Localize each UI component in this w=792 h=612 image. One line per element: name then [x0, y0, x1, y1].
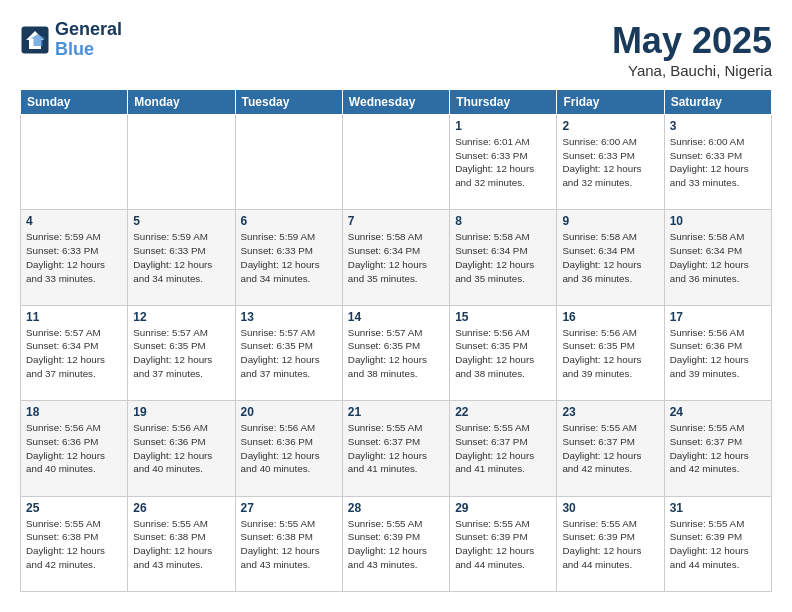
day-cell-5-1: 25Sunrise: 5:55 AM Sunset: 6:38 PM Dayli…: [21, 496, 128, 591]
header-tuesday: Tuesday: [235, 90, 342, 115]
month-title: May 2025: [612, 20, 772, 62]
day-number: 19: [133, 405, 229, 419]
day-info: Sunrise: 5:55 AM Sunset: 6:39 PM Dayligh…: [348, 517, 444, 572]
day-info: Sunrise: 6:01 AM Sunset: 6:33 PM Dayligh…: [455, 135, 551, 190]
day-info: Sunrise: 5:57 AM Sunset: 6:34 PM Dayligh…: [26, 326, 122, 381]
day-cell-3-1: 11Sunrise: 5:57 AM Sunset: 6:34 PM Dayli…: [21, 305, 128, 400]
day-info: Sunrise: 5:56 AM Sunset: 6:35 PM Dayligh…: [455, 326, 551, 381]
day-info: Sunrise: 5:55 AM Sunset: 6:37 PM Dayligh…: [562, 421, 658, 476]
day-info: Sunrise: 5:57 AM Sunset: 6:35 PM Dayligh…: [133, 326, 229, 381]
day-number: 26: [133, 501, 229, 515]
day-cell-1-2: [128, 115, 235, 210]
day-cell-5-7: 31Sunrise: 5:55 AM Sunset: 6:39 PM Dayli…: [664, 496, 771, 591]
day-cell-4-2: 19Sunrise: 5:56 AM Sunset: 6:36 PM Dayli…: [128, 401, 235, 496]
day-number: 17: [670, 310, 766, 324]
day-info: Sunrise: 5:55 AM Sunset: 6:39 PM Dayligh…: [670, 517, 766, 572]
day-info: Sunrise: 5:59 AM Sunset: 6:33 PM Dayligh…: [241, 230, 337, 285]
day-cell-2-6: 9Sunrise: 5:58 AM Sunset: 6:34 PM Daylig…: [557, 210, 664, 305]
day-info: Sunrise: 5:56 AM Sunset: 6:36 PM Dayligh…: [241, 421, 337, 476]
location: Yana, Bauchi, Nigeria: [612, 62, 772, 79]
day-cell-3-4: 14Sunrise: 5:57 AM Sunset: 6:35 PM Dayli…: [342, 305, 449, 400]
day-cell-1-7: 3Sunrise: 6:00 AM Sunset: 6:33 PM Daylig…: [664, 115, 771, 210]
day-info: Sunrise: 5:55 AM Sunset: 6:38 PM Dayligh…: [133, 517, 229, 572]
header: General Blue May 2025 Yana, Bauchi, Nige…: [20, 20, 772, 79]
day-cell-2-3: 6Sunrise: 5:59 AM Sunset: 6:33 PM Daylig…: [235, 210, 342, 305]
day-info: Sunrise: 5:57 AM Sunset: 6:35 PM Dayligh…: [348, 326, 444, 381]
day-cell-4-3: 20Sunrise: 5:56 AM Sunset: 6:36 PM Dayli…: [235, 401, 342, 496]
day-info: Sunrise: 5:56 AM Sunset: 6:36 PM Dayligh…: [26, 421, 122, 476]
day-info: Sunrise: 5:59 AM Sunset: 6:33 PM Dayligh…: [133, 230, 229, 285]
day-cell-2-7: 10Sunrise: 5:58 AM Sunset: 6:34 PM Dayli…: [664, 210, 771, 305]
header-thursday: Thursday: [450, 90, 557, 115]
title-block: May 2025 Yana, Bauchi, Nigeria: [612, 20, 772, 79]
day-cell-4-5: 22Sunrise: 5:55 AM Sunset: 6:37 PM Dayli…: [450, 401, 557, 496]
day-info: Sunrise: 5:55 AM Sunset: 6:39 PM Dayligh…: [562, 517, 658, 572]
day-number: 5: [133, 214, 229, 228]
day-number: 9: [562, 214, 658, 228]
day-info: Sunrise: 5:59 AM Sunset: 6:33 PM Dayligh…: [26, 230, 122, 285]
day-number: 18: [26, 405, 122, 419]
day-cell-3-5: 15Sunrise: 5:56 AM Sunset: 6:35 PM Dayli…: [450, 305, 557, 400]
day-number: 13: [241, 310, 337, 324]
day-info: Sunrise: 6:00 AM Sunset: 6:33 PM Dayligh…: [562, 135, 658, 190]
header-wednesday: Wednesday: [342, 90, 449, 115]
logo: General Blue: [20, 20, 122, 60]
logo-icon: [20, 25, 50, 55]
day-cell-1-3: [235, 115, 342, 210]
day-number: 10: [670, 214, 766, 228]
day-info: Sunrise: 5:58 AM Sunset: 6:34 PM Dayligh…: [670, 230, 766, 285]
day-cell-2-1: 4Sunrise: 5:59 AM Sunset: 6:33 PM Daylig…: [21, 210, 128, 305]
day-cell-1-5: 1Sunrise: 6:01 AM Sunset: 6:33 PM Daylig…: [450, 115, 557, 210]
day-info: Sunrise: 5:58 AM Sunset: 6:34 PM Dayligh…: [562, 230, 658, 285]
day-info: Sunrise: 5:56 AM Sunset: 6:35 PM Dayligh…: [562, 326, 658, 381]
day-number: 28: [348, 501, 444, 515]
day-cell-2-2: 5Sunrise: 5:59 AM Sunset: 6:33 PM Daylig…: [128, 210, 235, 305]
day-number: 14: [348, 310, 444, 324]
day-info: Sunrise: 5:55 AM Sunset: 6:37 PM Dayligh…: [670, 421, 766, 476]
day-number: 7: [348, 214, 444, 228]
day-number: 25: [26, 501, 122, 515]
day-info: Sunrise: 5:55 AM Sunset: 6:38 PM Dayligh…: [26, 517, 122, 572]
day-number: 27: [241, 501, 337, 515]
day-number: 4: [26, 214, 122, 228]
day-number: 16: [562, 310, 658, 324]
day-cell-3-7: 17Sunrise: 5:56 AM Sunset: 6:36 PM Dayli…: [664, 305, 771, 400]
week-row-5: 25Sunrise: 5:55 AM Sunset: 6:38 PM Dayli…: [21, 496, 772, 591]
day-cell-5-5: 29Sunrise: 5:55 AM Sunset: 6:39 PM Dayli…: [450, 496, 557, 591]
day-cell-5-4: 28Sunrise: 5:55 AM Sunset: 6:39 PM Dayli…: [342, 496, 449, 591]
day-cell-3-3: 13Sunrise: 5:57 AM Sunset: 6:35 PM Dayli…: [235, 305, 342, 400]
day-info: Sunrise: 5:56 AM Sunset: 6:36 PM Dayligh…: [133, 421, 229, 476]
day-number: 8: [455, 214, 551, 228]
day-cell-3-2: 12Sunrise: 5:57 AM Sunset: 6:35 PM Dayli…: [128, 305, 235, 400]
day-cell-4-1: 18Sunrise: 5:56 AM Sunset: 6:36 PM Dayli…: [21, 401, 128, 496]
day-cell-3-6: 16Sunrise: 5:56 AM Sunset: 6:35 PM Dayli…: [557, 305, 664, 400]
day-cell-1-4: [342, 115, 449, 210]
page: General Blue May 2025 Yana, Bauchi, Nige…: [0, 0, 792, 612]
day-info: Sunrise: 5:58 AM Sunset: 6:34 PM Dayligh…: [455, 230, 551, 285]
day-info: Sunrise: 6:00 AM Sunset: 6:33 PM Dayligh…: [670, 135, 766, 190]
day-number: 22: [455, 405, 551, 419]
day-cell-4-4: 21Sunrise: 5:55 AM Sunset: 6:37 PM Dayli…: [342, 401, 449, 496]
day-cell-4-6: 23Sunrise: 5:55 AM Sunset: 6:37 PM Dayli…: [557, 401, 664, 496]
header-monday: Monday: [128, 90, 235, 115]
day-number: 30: [562, 501, 658, 515]
day-number: 6: [241, 214, 337, 228]
day-number: 3: [670, 119, 766, 133]
day-cell-5-2: 26Sunrise: 5:55 AM Sunset: 6:38 PM Dayli…: [128, 496, 235, 591]
calendar-table: Sunday Monday Tuesday Wednesday Thursday…: [20, 89, 772, 592]
day-number: 21: [348, 405, 444, 419]
day-number: 11: [26, 310, 122, 324]
day-info: Sunrise: 5:56 AM Sunset: 6:36 PM Dayligh…: [670, 326, 766, 381]
day-info: Sunrise: 5:55 AM Sunset: 6:38 PM Dayligh…: [241, 517, 337, 572]
week-row-3: 11Sunrise: 5:57 AM Sunset: 6:34 PM Dayli…: [21, 305, 772, 400]
header-friday: Friday: [557, 90, 664, 115]
day-info: Sunrise: 5:55 AM Sunset: 6:37 PM Dayligh…: [455, 421, 551, 476]
day-number: 24: [670, 405, 766, 419]
day-number: 31: [670, 501, 766, 515]
weekday-header-row: Sunday Monday Tuesday Wednesday Thursday…: [21, 90, 772, 115]
day-info: Sunrise: 5:55 AM Sunset: 6:37 PM Dayligh…: [348, 421, 444, 476]
day-number: 15: [455, 310, 551, 324]
day-info: Sunrise: 5:58 AM Sunset: 6:34 PM Dayligh…: [348, 230, 444, 285]
day-number: 2: [562, 119, 658, 133]
day-cell-1-1: [21, 115, 128, 210]
